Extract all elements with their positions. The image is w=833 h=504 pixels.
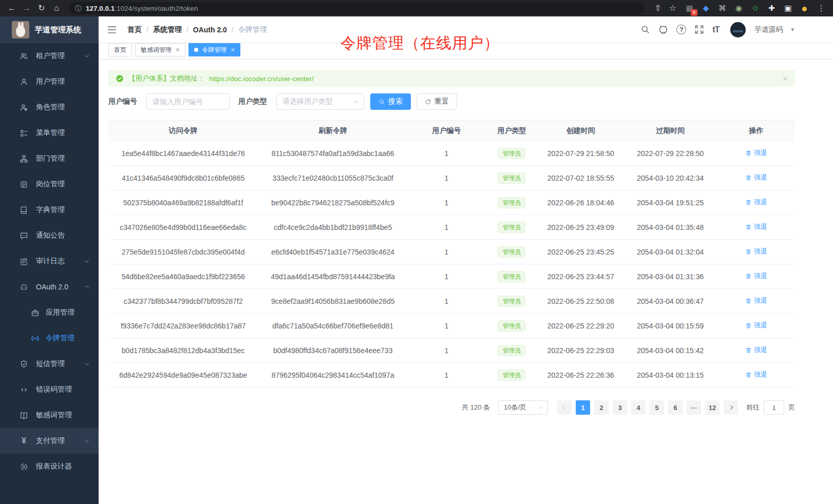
user-type-badge: 管理员 <box>498 197 525 208</box>
caret-down-icon[interactable]: ▾ <box>791 26 794 33</box>
sidebar-item-dict[interactable]: 字典管理 <box>0 197 99 223</box>
force-logout-button[interactable]: 强退 <box>745 247 767 256</box>
search-button[interactable]: 搜索 <box>370 93 411 110</box>
tab-sensitive-word[interactable]: 敏感词管理 × <box>135 43 185 56</box>
back-icon[interactable]: ← <box>6 4 17 12</box>
close-icon[interactable]: × <box>231 46 235 53</box>
ext-gem-icon[interactable]: ◆ <box>701 3 711 14</box>
sidebar-collapse-icon[interactable] <box>107 25 117 35</box>
ext-star-icon[interactable]: ✩ <box>750 3 761 14</box>
sidebar-item-dept[interactable]: 部门管理 <box>0 146 99 171</box>
page-button-6[interactable]: 6 <box>668 400 683 415</box>
reload-icon[interactable]: ↻ <box>36 4 47 12</box>
browser-menu-icon[interactable]: ⋮ <box>816 4 827 12</box>
breadcrumb-item[interactable]: OAuth 2.0 <box>193 26 227 34</box>
page-button-more[interactable]: ··· <box>687 400 701 415</box>
page-button-1[interactable]: 1 <box>576 400 590 415</box>
breadcrumb-item[interactable]: 系统管理 <box>153 25 182 34</box>
user-type-badge: 管理员 <box>498 370 525 381</box>
sidebar-item-sms[interactable]: 短信管理 <box>0 351 99 377</box>
next-page-button[interactable] <box>724 400 738 415</box>
sidebar-item-notice[interactable]: 通知公告 <box>0 223 99 248</box>
ext-emoji-icon[interactable]: ☻ <box>799 3 810 14</box>
app-logo-band[interactable]: 芋道管理系统 <box>0 16 99 43</box>
share-icon[interactable]: ⇧ <box>652 4 664 12</box>
reset-button[interactable]: 重置 <box>416 93 457 110</box>
breadcrumb-item[interactable]: 首页 <box>127 25 142 34</box>
sidebar-item-oauth2[interactable]: OAuth 2.0 <box>0 274 99 300</box>
doc-link[interactable]: https://doc.iocoder.cn/user-center/ <box>210 75 314 83</box>
ext-cmd-icon[interactable]: ⌘ <box>717 3 728 14</box>
search-icon[interactable] <box>640 25 650 34</box>
goto-page-input[interactable] <box>764 400 784 415</box>
sidebar-item-sensitive-word[interactable]: 敏感词管理 <box>0 402 99 428</box>
sidebar-item-oauth2-app[interactable]: 应用管理 <box>0 300 99 325</box>
tab-oauth2-token[interactable]: 令牌管理 × <box>188 43 240 56</box>
ext-record-icon[interactable]: ◉ <box>733 3 744 14</box>
alert-close-icon[interactable]: × <box>783 74 788 83</box>
force-logout-button[interactable]: 强退 <box>745 272 767 281</box>
sidebar-item-report-designer[interactable]: 报表设计器 <box>0 454 99 479</box>
active-dot-icon <box>194 48 198 52</box>
sidebar-item-audit-log[interactable]: 审计日志 <box>0 248 99 274</box>
ext-grid-icon[interactable]: ▦9 <box>684 3 695 14</box>
help-icon[interactable]: ? <box>676 25 686 34</box>
created-cell: 2022-06-26 18:04:46 <box>538 190 623 215</box>
sidebar-item-label: 岗位管理 <box>36 180 65 189</box>
page-button-12[interactable]: 12 <box>705 400 720 415</box>
prev-page-button[interactable] <box>557 400 572 415</box>
created-cell: 2022-06-25 22:29:20 <box>538 314 623 338</box>
sidebar-item-role[interactable]: 角色管理 <box>0 94 99 120</box>
forward-icon[interactable]: → <box>21 4 32 12</box>
sidebar-item-pay[interactable]: ¥ 支付管理 <box>0 428 99 454</box>
user-type-placeholder: 请选择用户类型 <box>282 97 333 106</box>
expires-cell: 2022-07-29 22:28:50 <box>623 141 717 166</box>
post-icon <box>20 180 28 189</box>
page-button-5[interactable]: 5 <box>650 400 664 415</box>
expires-cell: 2054-03-10 20:42:34 <box>623 166 717 190</box>
ext-puzzle-icon[interactable]: ✚ <box>766 3 777 14</box>
sidebar-item-error-code[interactable]: 错误码管理 <box>0 377 99 402</box>
table-row: c342377bf8b344799dcbf7bf095287f2 9ce8ef2… <box>108 289 795 314</box>
username[interactable]: 芋道源码 <box>754 25 783 34</box>
avatar[interactable] <box>730 22 746 37</box>
column-header: 用户编号 <box>408 121 485 141</box>
force-logout-button[interactable]: 强退 <box>745 345 767 355</box>
close-icon[interactable]: × <box>176 46 180 53</box>
user-type-cell: 管理员 <box>485 289 538 314</box>
sidebar-item-post[interactable]: 岗位管理 <box>0 171 99 197</box>
address-bar[interactable]: ⓘ 127.0.0.1:1024/system/oauth2/token <box>69 2 645 14</box>
code-icon <box>20 385 28 394</box>
breadcrumb-item[interactable]: 令牌管理 <box>238 25 267 34</box>
page-button-4[interactable]: 4 <box>631 400 646 415</box>
refresh-token-cell: e6cfd40eb1f54571a31e775e039c4624 <box>258 240 407 264</box>
force-logout-button[interactable]: 强退 <box>745 296 767 305</box>
home-icon[interactable]: ⌂ <box>51 4 62 12</box>
user-id-input[interactable] <box>146 93 230 110</box>
page-button-2[interactable]: 2 <box>594 400 609 415</box>
force-logout-button[interactable]: 强退 <box>745 370 767 379</box>
action-cell: 强退 <box>717 338 795 363</box>
sidebar-item-label: 用户管理 <box>36 77 65 86</box>
force-logout-button[interactable]: 强退 <box>745 173 767 182</box>
sidebar-item-oauth2-token[interactable]: 令牌管理 <box>0 325 99 351</box>
github-icon[interactable] <box>658 25 668 34</box>
force-logout-button[interactable]: 强退 <box>745 321 767 330</box>
user-type-select[interactable]: 请选择用户类型 <box>276 93 364 110</box>
info-icon[interactable]: ⓘ <box>75 5 82 12</box>
force-logout-button[interactable]: 强退 <box>745 222 767 231</box>
breadcrumb-separator: / <box>186 26 188 34</box>
page-button-3[interactable]: 3 <box>613 400 627 415</box>
refresh-token-cell: 333ecfc71e02480cb11055c875c3ca0f <box>258 166 407 190</box>
force-logout-button[interactable]: 强退 <box>745 148 767 158</box>
bookmark-star-icon[interactable]: ☆ <box>667 4 678 12</box>
sidebar-item-menu[interactable]: 菜单管理 <box>0 120 99 146</box>
text-size-icon[interactable]: tT <box>712 25 719 34</box>
sidebar-item-user[interactable]: 用户管理 <box>0 69 99 94</box>
force-logout-button[interactable]: 强退 <box>745 198 767 207</box>
tab-home[interactable]: 首页 <box>108 43 132 56</box>
sidebar-item-tenant[interactable]: 租户管理 <box>0 43 99 69</box>
fullscreen-icon[interactable] <box>694 25 704 34</box>
page-size-select[interactable]: 10条/页 <box>498 400 548 415</box>
ext-window-icon[interactable]: ▣ <box>783 3 793 14</box>
